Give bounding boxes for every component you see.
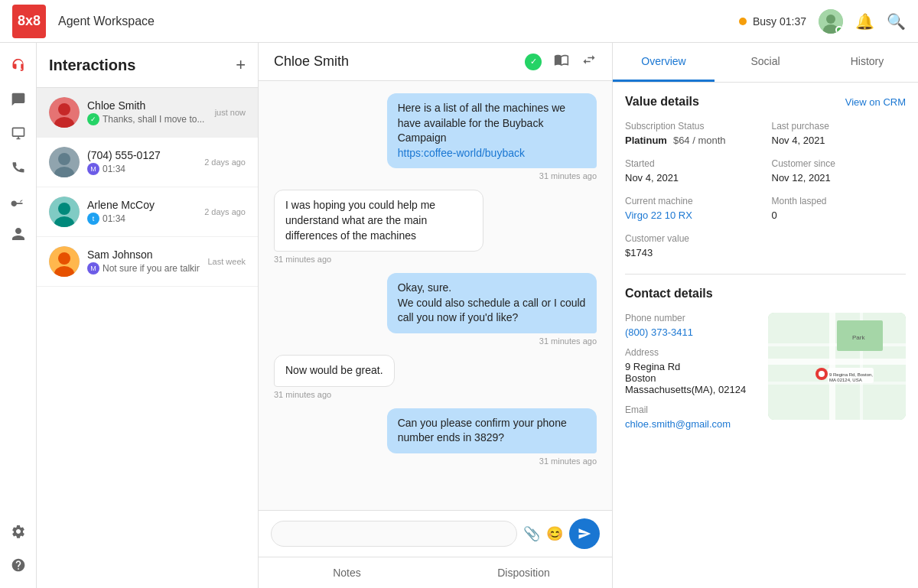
- svg-point-7: [58, 153, 70, 165]
- contact-info: Phone number (800) 373-3411 Address 9 Re…: [625, 313, 756, 430]
- address-line1: 9 Regina Rd: [625, 361, 756, 372]
- contact-details-title: Contact details: [625, 287, 713, 300]
- address-line3: Massachusetts(MA), 02124: [625, 384, 756, 395]
- phone-label: Phone number: [625, 313, 756, 323]
- chat-contact-name: Chloe Smith: [274, 54, 516, 70]
- interaction-name: Arlene McCoy: [87, 199, 197, 211]
- list-item[interactable]: Arlene McCoy t 01:34 2 days ago: [37, 187, 258, 237]
- chat-input-row: 📎 😊: [259, 511, 612, 557]
- add-interaction-button[interactable]: +: [236, 55, 246, 75]
- transfer-icon[interactable]: [581, 52, 597, 71]
- messenger-icon: M: [87, 262, 99, 275]
- subscription-status-item: Subscription Status Platinum $64 / month: [625, 121, 760, 146]
- twitter-icon: t: [87, 213, 99, 225]
- value-details-grid: Subscription Status Platinum $64 / month…: [625, 121, 906, 258]
- current-machine-label: Current machine: [625, 196, 760, 206]
- chat-tabs: Notes Disposition: [259, 557, 612, 588]
- customer-value-item: Customer value $1743: [625, 233, 760, 258]
- avatar: [49, 97, 80, 128]
- sidebar-voicemail-icon[interactable]: [5, 187, 32, 214]
- message-row: Here is a list of all the machines we ha…: [274, 93, 597, 180]
- emoji-button[interactable]: 😊: [546, 525, 563, 542]
- interaction-name: Sam Johnson: [87, 249, 200, 261]
- chat-panel: Chloe Smith ✓ Here is a list of all the …: [259, 43, 612, 588]
- message-time: 31 minutes ago: [539, 336, 597, 346]
- list-item[interactable]: (704) 555-0127 M 01:34 2 days ago: [37, 138, 258, 187]
- interaction-list: Chloe Smith ✓ Thanks, shall I move to...…: [37, 88, 258, 588]
- value-details-header: Value details View on CRM: [625, 95, 906, 109]
- status-text: Busy 01:37: [753, 15, 806, 28]
- main-layout: Interactions + Chloe Smith ✓ Thanks,: [0, 43, 918, 588]
- message-time: 31 minutes ago: [539, 456, 597, 466]
- interactions-title: Interactions: [49, 57, 135, 74]
- list-item[interactable]: Sam Johnson M Not sure if you are talkin…: [37, 237, 258, 287]
- interaction-preview: ✓ Thanks, shall I move to...: [87, 113, 207, 125]
- message-link[interactable]: https:coffee-world/buyback: [398, 147, 525, 159]
- interactions-header: Interactions +: [37, 43, 258, 88]
- customer-since-label: Customer since: [772, 158, 907, 169]
- message-row: Okay, sure.We could also schedule a call…: [274, 273, 597, 346]
- interaction-time: 2 days ago: [204, 207, 246, 216]
- book-icon[interactable]: [554, 52, 569, 71]
- month-lapsed-value: 0: [772, 210, 907, 221]
- interaction-name: (704) 555-0127: [87, 149, 197, 161]
- email-value[interactable]: chloe.smith@gmail.com: [625, 418, 756, 430]
- logo: 8x8: [12, 5, 46, 38]
- interaction-time: 2 days ago: [204, 158, 246, 167]
- svg-point-13: [58, 252, 70, 265]
- month-lapsed-label: Month lasped: [772, 196, 907, 206]
- notifications-button[interactable]: 🔔: [855, 12, 874, 31]
- right-tabs: Overview Social History: [613, 43, 918, 83]
- chat-input[interactable]: [271, 521, 517, 547]
- customer-since-value: Nov 12, 2021: [772, 172, 907, 184]
- interaction-content: Sam Johnson M Not sure if you are talkin…: [87, 249, 200, 275]
- nav-right: Busy 01:37 🔔 🔍: [739, 9, 906, 34]
- address-item: Address 9 Regina Rd Boston Massachusetts…: [625, 347, 756, 395]
- search-button[interactable]: 🔍: [887, 12, 906, 31]
- contact-details-header: Contact details: [625, 287, 906, 300]
- message-bubble: Now would be great.: [274, 355, 395, 387]
- divider: [625, 274, 906, 275]
- phone-item: Phone number (800) 373-3411: [625, 313, 756, 338]
- last-purchase-label: Last purchase: [772, 121, 907, 132]
- tab-overview[interactable]: Overview: [613, 43, 715, 82]
- status-badge: Busy 01:37: [739, 15, 806, 28]
- disposition-tab[interactable]: Disposition: [435, 557, 612, 588]
- icon-sidebar: [0, 43, 37, 588]
- subscription-label: Subscription Status: [625, 121, 760, 132]
- interaction-time: Last week: [207, 257, 246, 266]
- interaction-preview: M Not sure if you are talking...: [87, 262, 200, 275]
- sidebar-screen-icon[interactable]: [5, 119, 32, 147]
- sidebar-chat-icon[interactable]: [5, 86, 32, 113]
- last-purchase-value: Nov 4, 2021: [772, 135, 907, 146]
- current-machine-item: Current machine Virgo 22 10 RX: [625, 196, 760, 221]
- top-nav: 8x8 Agent Workspace Busy 01:37 🔔 🔍: [0, 0, 918, 43]
- phone-value[interactable]: (800) 373-3411: [625, 326, 756, 338]
- address-label: Address: [625, 347, 756, 358]
- messenger-icon: M: [87, 163, 99, 175]
- sidebar-settings-icon[interactable]: [5, 518, 32, 545]
- interaction-content: Chloe Smith ✓ Thanks, shall I move to...: [87, 99, 207, 125]
- sidebar-phone-icon[interactable]: [5, 153, 32, 180]
- platinum-badge: Platinum: [625, 135, 667, 146]
- notes-tab[interactable]: Notes: [259, 557, 435, 588]
- month-lapsed-item: Month lasped 0: [772, 196, 907, 221]
- right-content: Value details View on CRM Subscription S…: [613, 83, 918, 588]
- crm-link[interactable]: View on CRM: [845, 96, 906, 108]
- chat-channel-badge: ✓: [525, 54, 542, 70]
- interaction-name: Chloe Smith: [87, 99, 207, 112]
- list-item[interactable]: Chloe Smith ✓ Thanks, shall I move to...…: [37, 88, 258, 138]
- tab-history[interactable]: History: [816, 43, 918, 82]
- current-machine-value[interactable]: Virgo 22 10 RX: [625, 210, 760, 221]
- sidebar-help-icon[interactable]: [5, 551, 32, 579]
- started-item: Started Nov 4, 2021: [625, 158, 760, 184]
- started-value: Nov 4, 2021: [625, 172, 760, 184]
- customer-since-item: Customer since Nov 12, 2021: [772, 158, 907, 184]
- sidebar-contacts-icon[interactable]: [5, 220, 32, 248]
- sidebar-headset-icon[interactable]: [5, 52, 32, 80]
- avatar: [49, 197, 80, 227]
- send-button[interactable]: [569, 518, 600, 549]
- attachment-button[interactable]: 📎: [523, 525, 540, 542]
- tab-social[interactable]: Social: [715, 43, 816, 82]
- started-label: Started: [625, 158, 760, 169]
